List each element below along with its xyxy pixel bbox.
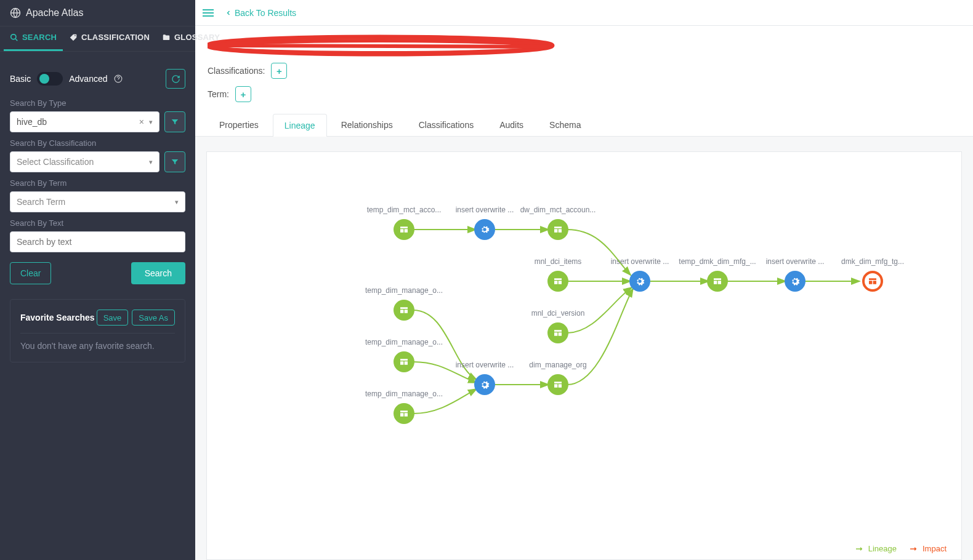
classification-label: Search By Classification: [10, 138, 185, 148]
refresh-icon: [171, 74, 180, 84]
type-filter-button[interactable]: [164, 111, 185, 132]
favorite-title: Favorite Searches: [20, 313, 95, 322]
caret-down-icon: ▾: [149, 158, 153, 166]
folder-icon: [162, 33, 171, 42]
gear-icon: [635, 276, 645, 286]
search-icon: [10, 33, 18, 42]
favorite-searches: Favorite Searches Save Save As You don't…: [10, 299, 185, 362]
search-button[interactable]: Search: [131, 262, 185, 284]
gear-icon: [480, 380, 490, 390]
basic-advanced-toggle[interactable]: [37, 72, 63, 86]
lineage-node[interactable]: dim_manage_org: [518, 361, 598, 395]
table-icon: [399, 225, 409, 234]
lineage-node[interactable]: mnl_dci_version: [518, 309, 598, 343]
filter-icon: [171, 158, 179, 166]
type-label: Search By Type: [10, 98, 185, 108]
chevron-left-icon: [225, 9, 232, 17]
lineage-node[interactable]: temp_dim_manage_o...: [364, 338, 444, 372]
lineage-node[interactable]: insert overwrite ...: [445, 206, 525, 240]
svg-point-1: [11, 34, 16, 39]
tab-classifications[interactable]: Classifications: [407, 113, 485, 136]
text-input-wrap: [10, 231, 185, 252]
text-input[interactable]: [17, 237, 179, 247]
fav-save-as-button[interactable]: Save As: [132, 310, 175, 326]
term-label: Search By Term: [10, 178, 185, 188]
lineage-panel: temp_dim_mct_acco... insert overwrite ..…: [195, 137, 973, 560]
tag-icon: [69, 33, 78, 42]
table-icon: [868, 276, 878, 286]
clear-type-icon[interactable]: ×: [139, 117, 144, 127]
basic-label: Basic: [10, 74, 31, 84]
lineage-node[interactable]: insert overwrite ...: [600, 257, 680, 292]
tab-lineage[interactable]: Lineage: [273, 114, 327, 137]
tab-audits[interactable]: Audits: [488, 113, 535, 136]
entity-title-redacted: [208, 36, 552, 55]
tab-search[interactable]: SEARCH: [4, 26, 63, 51]
legend-lineage: Lineage: [856, 544, 897, 553]
tab-properties[interactable]: Properties: [208, 113, 270, 136]
classification-select[interactable]: Select Classification ▾: [10, 151, 159, 172]
legend-impact: Impact: [910, 544, 947, 553]
detail-header: Classifications: + Term: +: [195, 26, 973, 105]
table-icon: [553, 328, 563, 338]
topbar: Back To Results: [195, 0, 973, 26]
lineage-node[interactable]: temp_dim_manage_o...: [364, 390, 444, 424]
tab-schema[interactable]: Schema: [538, 113, 592, 136]
gear-icon: [480, 225, 490, 234]
lineage-canvas[interactable]: temp_dim_mct_acco... insert overwrite ..…: [206, 151, 962, 560]
lineage-node[interactable]: temp_dim_mct_acco...: [364, 206, 444, 240]
lineage-node[interactable]: insert overwrite ...: [445, 361, 525, 395]
table-icon: [399, 305, 409, 315]
table-icon: [399, 409, 409, 418]
table-icon: [713, 276, 722, 286]
lineage-legend: Lineage Impact: [856, 544, 947, 553]
advanced-label: Advanced: [69, 74, 107, 84]
sidebar: Apache Atlas SEARCH CLASSIFICATION GLOSS…: [0, 0, 195, 560]
help-icon[interactable]: [114, 74, 123, 83]
svg-line-5: [220, 46, 552, 47]
detail-tabs: Properties Lineage Relationships Classif…: [195, 113, 973, 137]
refresh-button[interactable]: [166, 69, 185, 89]
lineage-node[interactable]: dw_dim_mct_accoun...: [518, 206, 598, 240]
lineage-node-current[interactable]: dmk_dim_mfg_tg...: [833, 257, 913, 292]
favorite-empty: You don't have any favorite search.: [20, 341, 175, 351]
tab-relationships[interactable]: Relationships: [329, 113, 405, 136]
filter-icon: [171, 118, 179, 126]
classifications-label: Classifications:: [208, 66, 265, 76]
sidebar-tabs: SEARCH CLASSIFICATION GLOSSARY: [0, 26, 195, 52]
term-select[interactable]: Search Term ▾: [10, 191, 185, 212]
clear-button[interactable]: Clear: [10, 262, 51, 284]
tab-classification[interactable]: CLASSIFICATION: [63, 26, 156, 51]
table-icon: [553, 276, 563, 286]
type-select[interactable]: hive_db ×▾: [10, 111, 159, 132]
caret-down-icon: ▾: [149, 118, 153, 126]
caret-down-icon: ▾: [175, 198, 179, 206]
globe-icon: [10, 7, 21, 18]
app-title: Apache Atlas: [26, 7, 83, 18]
lineage-node[interactable]: insert overwrite ...: [755, 257, 835, 292]
lineage-node[interactable]: temp_dim_manage_o...: [364, 286, 444, 321]
table-icon: [553, 380, 563, 390]
fav-save-button[interactable]: Save: [97, 310, 129, 326]
term-label-detail: Term:: [208, 89, 229, 99]
back-to-results-link[interactable]: Back To Results: [225, 8, 296, 18]
add-classification-button[interactable]: +: [271, 63, 287, 79]
add-term-button[interactable]: +: [235, 86, 251, 102]
table-icon: [399, 357, 409, 367]
sidebar-header: Apache Atlas: [0, 0, 195, 26]
classification-filter-button[interactable]: [164, 151, 185, 172]
lineage-node[interactable]: mnl_dci_items: [518, 257, 598, 292]
gear-icon: [790, 276, 800, 286]
table-icon: [553, 225, 563, 234]
lineage-node[interactable]: temp_dmk_dim_mfg_...: [677, 257, 757, 292]
text-label: Search By Text: [10, 218, 185, 228]
sidebar-toggle-icon[interactable]: [203, 7, 214, 18]
main: Back To Results Classifications: + Term:…: [195, 0, 973, 560]
